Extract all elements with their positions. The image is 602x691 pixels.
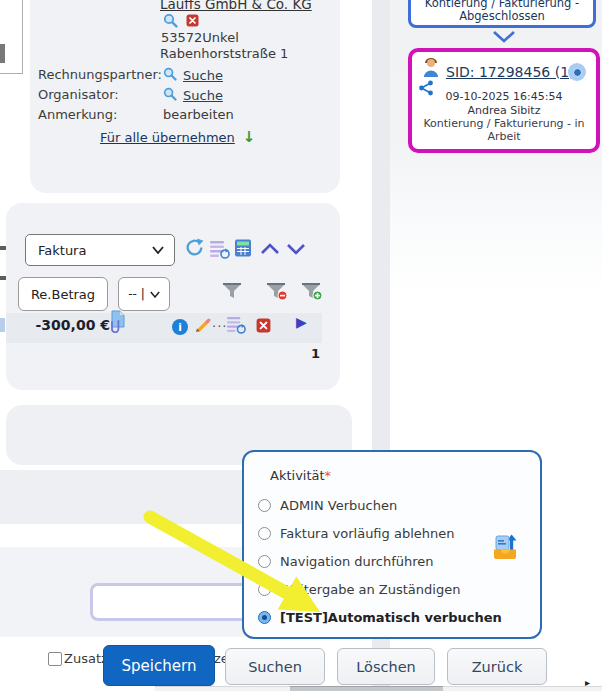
cutoff-fragment [0,276,6,280]
sid-link[interactable]: SID: 17298456 (1) [446,64,575,80]
radio-label: Navigation durchführen [280,554,434,569]
search-icon[interactable] [163,87,177,104]
free-text-input[interactable] [90,583,254,621]
workflow-step-current: SID: 17298456 (1) 09-10-2025 16:45:54 An… [408,48,600,153]
radio-icon[interactable] [258,555,271,568]
radio-label: Weitergabe an Zuständigen [280,582,460,597]
billing-partner-label: Rechnungspartner: [38,67,162,82]
partner-zip-city: 53572Unkel [161,30,239,45]
company-link[interactable]: Lauffs GmbH & Co. KG [160,0,312,12]
workflow-step-completed-label: Kontierung / Fakturierung - Abgeschlosse… [416,0,588,23]
edit-pencil-icon[interactable] [195,317,211,336]
search-icon[interactable] [163,13,178,31]
list-refresh-icon[interactable] [227,315,246,337]
required-asterisk: * [325,468,332,483]
radio-label: [TEST]Automatisch verbuchen [280,610,502,625]
history-icon[interactable] [568,63,586,81]
chevron-down-icon [150,291,160,298]
move-up-icon[interactable] [260,243,280,258]
activity-option-faktura-ablehnen[interactable]: Faktura vorläufig ablehnen [258,523,454,543]
workflow-chevron-down-icon [492,30,516,47]
organizer-value: Suche [163,87,223,104]
calculator-icon[interactable] [234,239,252,260]
radio-icon[interactable] [258,499,271,512]
document-attachment-icon[interactable] [108,310,126,337]
filter-remove-icon[interactable] [266,282,288,304]
radio-icon[interactable] [258,583,271,596]
extra-checkbox[interactable] [48,652,62,666]
activity-panel: Aktivität* ADMIN Verbuchen Faktura vorlä… [242,450,542,639]
list-refresh-icon[interactable] [210,239,230,262]
activity-option-weitergabe[interactable]: Weitergabe an Zuständigen [258,579,460,599]
vertical-scrollbar-thumb[interactable] [0,44,5,63]
radio-icon[interactable] [258,527,271,540]
cutoff-fragment [0,318,5,332]
delete-row-icon[interactable] [256,318,271,336]
partner-street: Rabenhorststraße 1 [160,46,288,61]
delete-partner-icon[interactable] [186,14,199,30]
workflow-step-completed[interactable]: Kontierung / Fakturierung - Abgeschlosse… [408,0,596,28]
row-amount: -300,00 € [26,317,110,333]
activity-option-admin-verbuchen[interactable]: ADMIN Verbuchen [258,495,397,515]
cutoff-fragment [0,246,6,250]
workflow-timestamp: 09-10-2025 16:45:54 [412,90,596,103]
activity-title: Aktivität* [270,468,331,483]
apply-all-row: Für alle übernehmen ↓ [100,128,255,146]
radio-selected-icon[interactable] [258,611,271,624]
filter-add-icon[interactable] [301,282,323,304]
green-down-arrow-icon: ↓ [243,128,256,146]
search-button[interactable]: Suchen [225,648,325,685]
person-icon [422,57,440,81]
back-button[interactable]: Zurück [447,648,547,685]
billing-partner-search-link[interactable]: Suche [183,68,223,83]
more-actions-icon[interactable]: ... [212,315,227,330]
scrollbar-right-arrow-icon[interactable]: ▸ [585,677,590,688]
invoice-type-value: Faktura [38,243,86,258]
search-icon[interactable] [163,67,177,84]
row-count: 1 [306,346,320,361]
radio-label: Faktura vorläufig ablehnen [280,526,454,541]
unarchive-icon [490,532,520,565]
activity-option-navigation[interactable]: Navigation durchführen [258,551,434,571]
delete-button[interactable]: Löschen [337,648,435,685]
partner-icon-group [163,13,199,31]
refresh-icon[interactable] [184,237,205,261]
app-window: ▼ Lauffs GmbH & Co. KG 53572Unkel Rabenh… [0,0,602,691]
workflow-user: Andrea Sibitz [412,104,596,117]
activity-title-text: Aktivität [270,468,325,483]
info-icon[interactable]: i [172,319,188,335]
apply-all-link[interactable]: Für alle übernehmen [100,130,235,145]
invoice-card: Faktura Re.Betrag -- | [6,203,340,390]
workflow-status: Kontierung / Fakturierung - in Arbeit [419,118,589,143]
activity-option-test-automatisch[interactable]: [TEST]Automatisch verbuchen [258,607,502,627]
partner-card: Lauffs GmbH & Co. KG 53572Unkel Rabenhor… [30,0,340,193]
billing-partner-value: Suche [163,67,223,84]
note-label: Anmerkung: [38,107,117,122]
organizer-search-link[interactable]: Suche [183,88,223,103]
note-value[interactable]: bearbeiten [163,107,234,122]
amount-column-header[interactable]: Re.Betrag [18,277,108,311]
invoice-type-select[interactable]: Faktura [25,234,175,266]
filter-operator-select[interactable]: -- | [118,277,170,311]
move-down-icon[interactable] [286,243,306,258]
play-icon[interactable]: ▶ [296,314,307,330]
filter-icon[interactable] [222,282,242,303]
horizontal-scrollbar-thumb[interactable] [290,686,443,691]
filter-operator-value: -- | [128,287,145,301]
radio-label: ADMIN Verbuchen [280,498,397,513]
chevron-down-icon [152,246,164,254]
save-button[interactable]: Speichern [103,645,215,686]
organizer-label: Organisator: [38,87,119,102]
extra-checkbox-label-left: Zusatz [64,651,108,666]
